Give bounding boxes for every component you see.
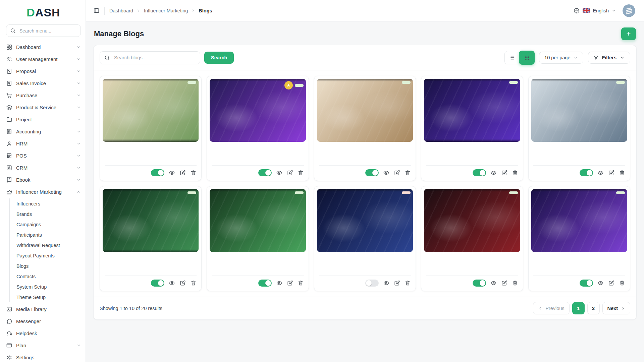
view-blog-button[interactable]: [490, 170, 497, 176]
blog-search-input[interactable]: [113, 55, 196, 61]
page-button-2[interactable]: 2: [587, 302, 600, 314]
publish-toggle[interactable]: [151, 280, 164, 287]
sidebar-search-input[interactable]: [19, 28, 77, 34]
sidebar-item-product-service[interactable]: Product & Service: [6, 101, 81, 113]
badges: [616, 191, 625, 194]
sidebar-item-proposal[interactable]: Proposal: [6, 65, 81, 77]
sidebar-item-system-setup[interactable]: System Setup: [16, 282, 81, 292]
publish-toggle[interactable]: [473, 280, 486, 287]
sidebar-item-sales-invoice[interactable]: Sales Invoice: [6, 77, 81, 89]
delete-blog-button[interactable]: [619, 170, 625, 176]
publish-toggle[interactable]: [580, 280, 593, 287]
view-blog-button[interactable]: [490, 280, 497, 286]
delete-blog-button[interactable]: [298, 280, 304, 286]
sidebar-item-payout-payments[interactable]: Payout Payments: [16, 250, 81, 261]
filters-button[interactable]: Filters: [588, 52, 630, 64]
sidebar-item-helpdesk[interactable]: Helpdesk: [6, 327, 81, 339]
delete-blog-button[interactable]: [619, 280, 625, 286]
sidebar-item-blogs[interactable]: Blogs: [16, 261, 81, 271]
sidebar-item-pos[interactable]: POS: [6, 149, 81, 162]
blog-image-caption: [424, 189, 520, 192]
edit-blog-button[interactable]: [608, 170, 614, 176]
sidebar-item-accounting[interactable]: Accounting: [6, 125, 81, 137]
publish-toggle[interactable]: [473, 169, 486, 176]
sidebar-item-ebook[interactable]: Ebook: [6, 174, 81, 186]
sidebar-item-settings[interactable]: Settings: [6, 351, 81, 362]
edit-blog-button[interactable]: [179, 170, 186, 176]
edit-blog-button[interactable]: [394, 280, 400, 286]
breadcrumb-influencer-marketing[interactable]: Influencer Marketing: [144, 8, 188, 13]
delete-blog-button[interactable]: [405, 280, 411, 286]
sidebar-item-influencers[interactable]: Influencers: [16, 198, 81, 209]
sidebar-item-project[interactable]: Project: [6, 113, 81, 125]
view-blog-button[interactable]: [597, 170, 604, 176]
sidebar-item-campaigns[interactable]: Campaigns: [16, 219, 81, 230]
grid-view-button[interactable]: [519, 51, 535, 65]
publish-toggle[interactable]: [365, 280, 379, 287]
publish-toggle[interactable]: [151, 169, 164, 176]
trash-icon: [512, 280, 518, 286]
sidebar-toggle-icon[interactable]: [93, 7, 100, 14]
status-badge: [509, 81, 518, 84]
list-view-button[interactable]: [505, 51, 520, 64]
edit-blog-button[interactable]: [608, 280, 614, 286]
view-toggle: [504, 51, 534, 64]
sidebar-item-dashboard[interactable]: Dashboard: [6, 41, 81, 53]
sidebar-item-brands[interactable]: Brands: [16, 209, 81, 219]
view-blog-button[interactable]: [383, 170, 389, 176]
avatar[interactable]: [623, 4, 635, 17]
previous-page-button[interactable]: Previous: [533, 302, 569, 314]
edit-blog-button[interactable]: [394, 170, 400, 176]
page-button-1[interactable]: 1: [572, 302, 585, 314]
delete-blog-button[interactable]: [405, 170, 411, 176]
sidebar-item-crm[interactable]: CRM: [6, 162, 81, 174]
sidebar-item-plan[interactable]: Plan: [6, 339, 81, 351]
sidebar-item-messenger[interactable]: Messenger: [6, 315, 81, 327]
chevron-down-icon: [76, 154, 81, 158]
per-page-select[interactable]: 10 per page: [539, 52, 583, 64]
delete-blog-button[interactable]: [190, 170, 197, 176]
sidebar-item-media-library[interactable]: Media Library: [6, 303, 81, 315]
sidebar-item-influencer-marketing[interactable]: Influencer Marketing: [6, 186, 81, 198]
edit-blog-button[interactable]: [287, 280, 293, 286]
edit-blog-button[interactable]: [287, 170, 293, 176]
blog-image-caption: [103, 189, 199, 192]
add-blog-button[interactable]: +: [621, 27, 636, 40]
publish-toggle[interactable]: [258, 280, 272, 287]
view-blog-button[interactable]: [169, 280, 175, 286]
edit-blog-button[interactable]: [179, 280, 186, 286]
sidebar-item-contacts[interactable]: Contacts: [16, 271, 81, 282]
view-blog-button[interactable]: [276, 170, 282, 176]
sidebar-item-withdrawal-request[interactable]: Withdrawal Request: [16, 240, 81, 250]
breadcrumb-dashboard[interactable]: Dashboard: [109, 8, 133, 13]
blog-image: [317, 79, 413, 142]
view-blog-button[interactable]: [597, 280, 604, 286]
publish-toggle[interactable]: [580, 169, 593, 176]
headset-icon: [6, 330, 12, 337]
delete-blog-button[interactable]: [298, 170, 304, 176]
publish-toggle[interactable]: [365, 169, 379, 176]
delete-blog-button[interactable]: [512, 280, 518, 286]
edit-blog-button[interactable]: [501, 170, 507, 176]
delete-blog-button[interactable]: [512, 170, 518, 176]
sidebar-item-label: User Management: [16, 56, 57, 62]
sidebar-item-theme-setup[interactable]: Theme Setup: [16, 292, 81, 302]
sidebar-item-participants[interactable]: Participants: [16, 230, 81, 240]
sidebar-item-purchase[interactable]: Purchase: [6, 89, 81, 101]
list-icon: [509, 55, 515, 61]
search-button[interactable]: Search: [204, 52, 234, 64]
view-blog-button[interactable]: [169, 170, 175, 176]
sidebar-item-hrm[interactable]: HRM: [6, 137, 81, 149]
next-page-button[interactable]: Next: [602, 302, 630, 314]
edit-blog-button[interactable]: [501, 280, 507, 286]
sidebar-item-user-management[interactable]: User Management: [6, 53, 81, 65]
view-blog-button[interactable]: [383, 280, 389, 286]
language-selector[interactable]: English: [573, 7, 616, 14]
delete-blog-button[interactable]: [190, 280, 197, 286]
app-logo[interactable]: DASH: [6, 5, 81, 24]
sidebar-item-label: Purchase: [16, 93, 37, 98]
publish-toggle[interactable]: [258, 169, 272, 176]
next-label: Next: [607, 306, 618, 311]
chevron-down-icon: [76, 141, 81, 146]
view-blog-button[interactable]: [276, 280, 282, 286]
